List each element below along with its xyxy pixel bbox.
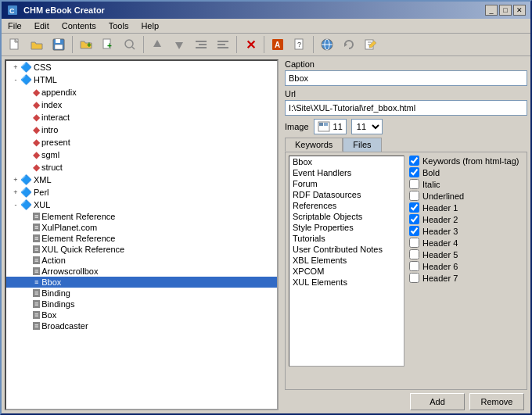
tree-item-xul-quick-ref[interactable]: ≡ XUL Quick Reference xyxy=(6,244,277,255)
url-input[interactable] xyxy=(285,100,527,116)
keyword-item[interactable]: Forum xyxy=(289,178,404,189)
save-button[interactable] xyxy=(49,35,69,54)
expand-xul[interactable]: - xyxy=(11,201,20,209)
remove-button[interactable]: Remove xyxy=(469,393,524,410)
outdent-button[interactable] xyxy=(213,35,233,54)
tree-item-action[interactable]: ≡ Action xyxy=(6,255,277,266)
tree-item-bbox[interactable]: ≡ Bbox xyxy=(6,277,277,288)
checkbox-0[interactable] xyxy=(409,156,419,166)
keywords-list[interactable]: BboxEvent HandlersForumRDF DatasourcesRe… xyxy=(289,156,404,367)
expand-xml[interactable]: + xyxy=(11,176,20,184)
keyword-item[interactable]: Style Properties xyxy=(289,222,404,233)
keyword-item[interactable]: RDF Datasources xyxy=(289,189,404,200)
move-down-button[interactable] xyxy=(169,35,189,54)
tree-item-element-ref-1[interactable]: ≡ Element Reference xyxy=(6,211,277,222)
menu-contents[interactable]: Contents xyxy=(56,20,102,32)
compile-button[interactable]: A xyxy=(268,35,288,54)
keyword-item[interactable]: XPCOM xyxy=(289,266,404,277)
tree-item-binding[interactable]: ≡ Binding xyxy=(6,288,277,299)
search-button[interactable] xyxy=(120,35,140,54)
tree-item-perl[interactable]: + 🔷 Perl xyxy=(6,186,277,199)
open-button[interactable] xyxy=(27,35,47,54)
help-doc-button[interactable]: ? xyxy=(289,35,310,54)
app-icon: C xyxy=(6,4,19,16)
svg-text:+: + xyxy=(107,41,112,50)
tree-item-xml[interactable]: + 🔷 XML xyxy=(6,174,277,186)
menu-file[interactable]: File xyxy=(2,20,28,32)
keyword-item[interactable]: References xyxy=(289,200,404,211)
tree-item-html[interactable]: - 🔷 HTML xyxy=(6,73,277,86)
tree-item-index[interactable]: ◆ index xyxy=(6,98,277,111)
new-button[interactable] xyxy=(5,35,25,54)
tree-item-bindings[interactable]: ≡ Bindings xyxy=(6,299,277,309)
expand-html[interactable]: - xyxy=(11,76,20,84)
checkbox-7[interactable] xyxy=(409,238,419,248)
menu-help[interactable]: Help xyxy=(135,20,165,32)
checkbox-label-10: Header 7 xyxy=(422,274,458,283)
close-button[interactable]: ✕ xyxy=(513,5,526,16)
tree-panel[interactable]: + 🔷 CSS - 🔷 HTML ◆ appendix ◆ xyxy=(5,59,279,410)
tree-item-xul[interactable]: - 🔷 XUL xyxy=(6,199,277,211)
tree-item-box[interactable]: ≡ Box xyxy=(6,309,277,320)
keyword-item[interactable]: Event Handlers xyxy=(289,167,404,178)
tree-item-arrowscrollbox[interactable]: ≡ Arrowscrollbox xyxy=(6,266,277,277)
checkboxes-container: Keywords (from html-tag)BoldItalicUnderl… xyxy=(409,156,523,386)
move-up-button[interactable] xyxy=(147,35,167,54)
tree-item-sgml[interactable]: ◆ sgml xyxy=(6,148,277,161)
minimize-button[interactable]: _ xyxy=(485,5,498,16)
doc-icon-xul-quick-ref: ≡ xyxy=(33,245,40,253)
image-value: 11 xyxy=(333,122,343,131)
maximize-button[interactable]: □ xyxy=(499,5,512,16)
caption-field-row: Caption xyxy=(285,59,527,86)
expand-perl[interactable]: + xyxy=(11,188,20,196)
tree-item-present[interactable]: ◆ present xyxy=(6,136,277,148)
checkbox-9[interactable] xyxy=(409,261,419,271)
menu-edit[interactable]: Edit xyxy=(28,20,56,32)
checkbox-8[interactable] xyxy=(409,249,419,259)
checkbox-6[interactable] xyxy=(409,226,419,236)
image-dropdown[interactable]: 11 xyxy=(351,119,383,134)
tree-label-broadcaster: Broadcaster xyxy=(41,321,88,331)
caption-input[interactable] xyxy=(285,70,527,86)
tab-files[interactable]: Files xyxy=(343,138,381,152)
checkbox-1[interactable] xyxy=(409,167,419,177)
image-row: Image 11 11 xyxy=(285,119,527,134)
tree-label-index: index xyxy=(41,100,62,109)
tree-item-intro[interactable]: ◆ intro xyxy=(6,123,277,136)
menu-tools[interactable]: Tools xyxy=(102,20,135,32)
svg-text:A: A xyxy=(275,41,280,49)
add-file-button[interactable]: + xyxy=(98,35,118,54)
doc-icon-element-ref-2: ≡ xyxy=(33,234,40,242)
keyword-item[interactable]: XUL Elements xyxy=(289,277,404,288)
keyword-item[interactable]: Tutorials xyxy=(289,233,404,244)
caption-label: Caption xyxy=(285,59,527,69)
tree-item-broadcaster[interactable]: ≡ Broadcaster xyxy=(6,320,277,331)
checkbox-3[interactable] xyxy=(409,191,419,201)
expand-css[interactable]: + xyxy=(11,63,20,71)
checkbox-2[interactable] xyxy=(409,179,419,189)
checkbox-10[interactable] xyxy=(409,273,419,283)
checkbox-5[interactable] xyxy=(409,214,419,224)
delete-button[interactable]: ✕ xyxy=(240,35,261,54)
tree-item-xulplanet[interactable]: ≡ XulPlanet.com xyxy=(6,222,277,233)
tree-item-appendix[interactable]: ◆ appendix xyxy=(6,86,277,98)
add-button[interactable]: Add xyxy=(410,393,465,410)
keyword-item[interactable]: XBL Elements xyxy=(289,255,404,266)
window-title: CHM eBook Creator xyxy=(23,5,485,15)
indent-button[interactable] xyxy=(191,35,211,54)
tree-item-css[interactable]: + 🔷 CSS xyxy=(6,61,277,73)
tree-label-css: CSS xyxy=(34,63,52,72)
checkbox-4[interactable] xyxy=(409,202,419,213)
tab-keywords[interactable]: Keywords xyxy=(285,138,343,152)
checkbox-row: Header 6 xyxy=(409,261,523,271)
tree-item-struct[interactable]: ◆ struct xyxy=(6,161,277,174)
web-button[interactable] xyxy=(317,35,337,54)
tree-item-interact[interactable]: ◆ interact xyxy=(6,111,277,123)
add-folder-button[interactable]: + xyxy=(76,35,96,54)
edit-page-button[interactable] xyxy=(361,35,381,54)
keyword-item[interactable]: User Contributed Notes xyxy=(289,244,404,255)
refresh-button[interactable] xyxy=(339,35,359,54)
keyword-item[interactable]: Scriptable Objects xyxy=(289,211,404,222)
keyword-item[interactable]: Bbox xyxy=(289,156,404,167)
tree-item-element-ref-2[interactable]: ≡ Element Reference xyxy=(6,233,277,244)
